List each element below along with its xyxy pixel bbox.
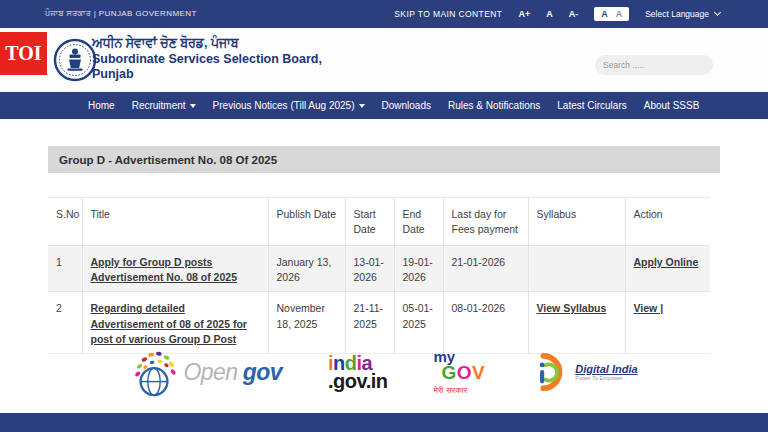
contrast-toggle[interactable]: A A (594, 7, 629, 21)
apply-online-link[interactable]: Apply Online (634, 256, 699, 268)
org-title-english-line1: Subordinate Services Selection Board, (92, 52, 322, 67)
nav-item-latest-circulars[interactable]: Latest Circulars (557, 100, 626, 111)
toi-watermark-label: TOI (5, 42, 41, 65)
col-header-start-date: Start Date (345, 198, 394, 246)
footer-bar (0, 413, 768, 432)
nav-item-previous-notices[interactable]: Previous Notices (Till Aug 2025) (213, 100, 365, 111)
org-title-block: ਅਧੀਨ ਸੇਵਾਵਾਂ ਚੋਣ ਬੋਰਡ, ਪੰਜਾਬ Subordinate… (92, 35, 322, 82)
col-header-publish-date: Publish Date (268, 198, 345, 246)
mygov-logo-gov: GOV (442, 364, 486, 382)
col-header-syllabus: Syllabus (528, 198, 625, 246)
punjab-emblem-logo (53, 37, 97, 87)
digital-india-text-block: Digital India Power To Empower (575, 363, 637, 381)
col-header-end-date: End Date (394, 198, 443, 246)
cell-sno: 1 (48, 246, 82, 292)
view-syllabus-link[interactable]: View Syllabus (537, 302, 607, 314)
chevron-down-icon (190, 104, 196, 108)
font-size-normal-button[interactable]: A (546, 9, 553, 19)
cell-end-date: 19-01-2026 (394, 246, 443, 292)
toi-watermark-logo: TOI (0, 32, 47, 75)
nav-item-downloads[interactable]: Downloads (382, 100, 431, 111)
col-header-action: Action (625, 198, 710, 246)
cell-last-day-fees: 21-01-2026 (443, 246, 528, 292)
mygov-logo-hindi-tagline: मेरी सरकार (434, 386, 486, 394)
language-selector[interactable]: Select Language (645, 9, 720, 19)
contrast-light-option[interactable]: A (616, 9, 623, 19)
accessibility-controls: SKIP TO MAIN CONTENT A+ A A- A A Select … (394, 7, 768, 21)
nav-item-about-sssb[interactable]: About SSSB (644, 100, 700, 111)
table-row: 1 Apply for Group D posts Advertisement … (48, 246, 710, 292)
footer-partner-logos: Opengov india .gov.in my GOV मेरी सरकार … (48, 340, 720, 404)
india-logo-domain: .gov.in (328, 372, 387, 390)
font-size-increase-button[interactable]: A+ (518, 9, 530, 19)
opengov-globe-icon (130, 345, 178, 399)
nav-item-recruitment[interactable]: Recruitment (132, 100, 196, 111)
opengov-logo-text-gov: gov (243, 359, 282, 386)
digital-india-tagline: Power To Empower (575, 375, 637, 381)
digital-india-name: Digital India (575, 363, 637, 375)
nav-item-home[interactable]: Home (88, 100, 115, 111)
language-selector-label: Select Language (645, 9, 709, 19)
search-input[interactable] (603, 60, 714, 70)
india-gov-in-logo[interactable]: india .gov.in (328, 354, 387, 391)
col-header-sno: S.No (48, 198, 82, 246)
advertisement-title-link[interactable]: Regarding detailed Advertisement of 08 o… (91, 302, 247, 344)
opengov-logo-text-open: Open (183, 359, 237, 386)
main-navigation: Home Recruitment Previous Notices (Till … (0, 92, 768, 119)
cell-syllabus (528, 246, 625, 292)
nav-item-rules-notifications[interactable]: Rules & Notifications (448, 100, 540, 111)
view-link[interactable]: View | (634, 302, 664, 314)
government-top-bar: ਪੰਜਾਬ ਸਰਕਾਰ | PUNJAB GOVERNMENT SKIP TO … (0, 0, 768, 28)
page-title: Group D - Advertisement No. 08 Of 2025 (48, 146, 720, 173)
digital-india-logo[interactable]: Digital India Power To Empower (531, 350, 637, 394)
site-header: ਅਧੀਨ ਸੇਵਾਵਾਂ ਚੋਣ ਬੋਰਡ, ਪੰਜਾਬ Subordinate… (0, 28, 768, 92)
chevron-down-icon (714, 9, 721, 16)
digital-india-d-icon (531, 350, 569, 394)
org-title-english-line2: Punjab (92, 67, 322, 82)
opengov-logo[interactable]: Opengov (130, 345, 282, 399)
advertisements-table: S.No Title Publish Date Start Date End D… (48, 197, 710, 354)
punjab-government-label: ਪੰਜਾਬ ਸਰਕਾਰ | PUNJAB GOVERNMENT (0, 9, 197, 19)
skip-to-main-content-link[interactable]: SKIP TO MAIN CONTENT (394, 9, 502, 19)
cell-publish-date: January 13, 2026 (268, 246, 345, 292)
font-size-decrease-button[interactable]: A- (569, 9, 579, 19)
mygov-logo[interactable]: my GOV मेरी सरकार (434, 350, 486, 394)
chevron-down-icon (359, 104, 365, 108)
col-header-last-day-fees: Last day for Fees payment (443, 198, 528, 246)
col-header-title: Title (82, 198, 268, 246)
advertisement-title-link[interactable]: Apply for Group D posts Advertisement No… (91, 256, 237, 283)
table-header-row: S.No Title Publish Date Start Date End D… (48, 198, 710, 246)
cell-start-date: 13-01-2026 (345, 246, 394, 292)
search-box[interactable] (595, 55, 713, 75)
org-title-punjabi: ਅਧੀਨ ਸੇਵਾਵਾਂ ਚੋਣ ਬੋਰਡ, ਪੰਜਾਬ (92, 35, 322, 52)
contrast-dark-option[interactable]: A (601, 9, 608, 19)
